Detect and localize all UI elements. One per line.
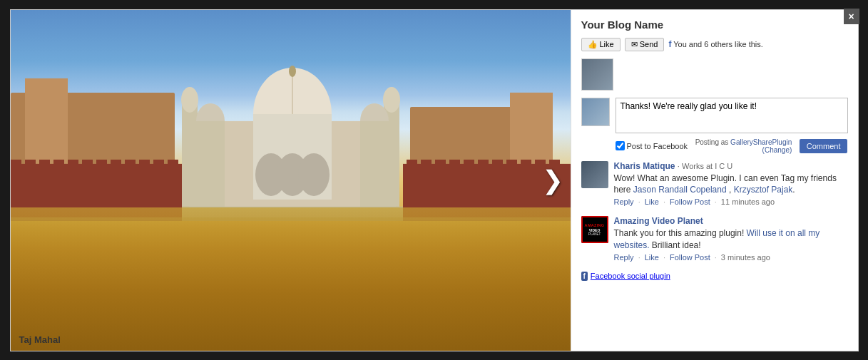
- svg-rect-12: [196, 121, 225, 207]
- thumbs-up-icon: 👍: [588, 40, 598, 49]
- like-label: Like: [600, 40, 614, 48]
- posting-as-label: Posting as: [695, 138, 729, 146]
- separator: ·: [638, 197, 640, 206]
- separator: ·: [715, 253, 717, 262]
- svg-rect-7: [182, 100, 198, 207]
- comment-textarea[interactable]: Thanks! We're really glad you like it!: [616, 98, 848, 133]
- send-button[interactable]: ✉ Send: [625, 38, 665, 51]
- comment-user-avatar: [581, 98, 610, 126]
- svg-rect-35: [125, 160, 136, 168]
- svg-rect-37: [153, 160, 164, 168]
- svg-rect-1: [25, 78, 68, 164]
- svg-rect-36: [139, 160, 150, 168]
- comment-content-2: Amazing Video Planet Thank you for this …: [614, 216, 848, 262]
- svg-rect-34: [111, 160, 121, 168]
- separator: ·: [715, 197, 717, 206]
- svg-point-17: [298, 153, 330, 196]
- post-to-facebook-text: Post to Facebook: [627, 142, 688, 150]
- reply-link-1[interactable]: Reply: [614, 197, 634, 206]
- action-bar: 👍 Like ✉ Send f You and 6 others like th…: [581, 38, 848, 51]
- svg-rect-29: [39, 160, 50, 168]
- comment-submit-button[interactable]: Comment: [800, 139, 848, 153]
- taj-mahal-svg: [11, 34, 571, 221]
- commenter-name-2[interactable]: Amazing Video Planet: [614, 216, 703, 226]
- image-caption: Taj Mahal: [19, 334, 61, 345]
- comment-actions-1: Reply · Like · Follow Post · 11 minutes …: [614, 197, 848, 206]
- svg-rect-27: [11, 160, 21, 168]
- svg-rect-32: [82, 160, 93, 168]
- svg-point-8: [181, 87, 198, 113]
- blog-title: Your Blog Name: [581, 19, 848, 31]
- amazing-video-planet-badge: AMAZING VIDEO PLANET: [581, 216, 608, 243]
- comment-text-1: Wow! What an awesome Plugin. I can even …: [614, 173, 848, 197]
- separator: ·: [638, 253, 640, 262]
- modal-overlay: ×: [0, 0, 868, 360]
- comment-item-2: AMAZING VIDEO PLANET Amazing Video Plane…: [581, 216, 848, 262]
- svg-rect-47: [521, 160, 531, 168]
- send-label: Send: [640, 40, 658, 48]
- comment-item: Kharis Matique · Works at I C U Wow! Wha…: [581, 161, 848, 207]
- modal-container: ×: [10, 9, 859, 351]
- image-panel: ❯ Taj Mahal: [11, 10, 571, 351]
- comment-content-1: Kharis Matique · Works at I C U Wow! Wha…: [614, 161, 848, 207]
- like-link-1[interactable]: Like: [645, 197, 659, 206]
- right-panel: Your Blog Name 👍 Like ✉ Send f You and 6…: [571, 10, 858, 351]
- facebook-icon: f: [668, 39, 671, 49]
- send-icon: ✉: [631, 40, 638, 49]
- change-account-link[interactable]: (Change): [762, 146, 792, 154]
- posting-as-user-link[interactable]: GallerySharePlugin: [730, 138, 792, 146]
- user-thumb-image: [582, 59, 613, 90]
- comment-input-area: Thanks! We're really glad you like it! P…: [616, 98, 848, 154]
- social-plugin-link[interactable]: Facebook social plugin: [591, 272, 670, 280]
- svg-rect-31: [68, 160, 78, 168]
- svg-rect-46: [506, 160, 517, 168]
- post-to-facebook-label[interactable]: Post to Facebook: [616, 141, 688, 150]
- svg-point-6: [289, 66, 296, 77]
- svg-rect-41: [435, 160, 446, 168]
- posting-as: Posting as GallerySharePlugin (Change): [695, 138, 792, 154]
- svg-rect-43: [464, 160, 474, 168]
- svg-point-10: [383, 87, 400, 113]
- commenter-name-1[interactable]: Kharis Matique: [614, 161, 675, 171]
- reply-link-2[interactable]: Reply: [614, 253, 634, 262]
- svg-rect-42: [449, 160, 460, 168]
- main-image: [11, 10, 571, 351]
- svg-rect-14: [360, 121, 389, 207]
- like-link-2[interactable]: Like: [645, 253, 659, 262]
- next-arrow-button[interactable]: ❯: [542, 165, 563, 195]
- water-reflection: [11, 207, 571, 351]
- separator: ·: [663, 197, 665, 206]
- tagged-person-link-1[interactable]: Jason Randall Copeland: [633, 185, 727, 195]
- separator: ·: [663, 253, 665, 262]
- facebook-f-icon: f: [581, 272, 588, 281]
- commenter-meta-1: · Works at I C U: [678, 162, 732, 170]
- comment-footer: Post to Facebook Posting as GalleryShare…: [616, 138, 848, 154]
- user-thumbnail: [581, 58, 613, 91]
- comments-list: Kharis Matique · Works at I C U Wow! Wha…: [581, 161, 848, 262]
- post-to-facebook-checkbox[interactable]: [616, 141, 625, 150]
- svg-rect-40: [421, 160, 432, 168]
- tagged-person-link-2[interactable]: Krzysztof Pajak: [734, 185, 793, 195]
- svg-rect-33: [96, 160, 107, 168]
- svg-rect-28: [25, 160, 36, 168]
- svg-rect-30: [53, 160, 64, 168]
- commenter-avatar-2: AMAZING VIDEO PLANET: [581, 216, 608, 243]
- svg-rect-39: [407, 160, 417, 168]
- likes-text: You and 6 others like this.: [673, 40, 763, 48]
- time-ago-2: 3 minutes ago: [721, 253, 770, 262]
- comment-text-2: Thank you for this amazing plugin! Will …: [614, 227, 848, 252]
- svg-rect-45: [492, 160, 503, 168]
- comment-area-wrapper: Thanks! We're really glad you like it! P…: [581, 98, 848, 154]
- comment-actions-2: Reply · Like · Follow Post · 3 minutes a…: [614, 253, 848, 262]
- like-button[interactable]: 👍 Like: [581, 38, 621, 51]
- svg-rect-44: [478, 160, 489, 168]
- svg-rect-38: [168, 160, 178, 168]
- fb-social-plugin: f Facebook social plugin: [581, 272, 848, 281]
- commenter-avatar-1: [581, 161, 608, 188]
- follow-post-link-1[interactable]: Follow Post: [670, 197, 710, 206]
- comment-link-2[interactable]: Will use it on all my websites.: [614, 228, 820, 250]
- follow-post-link-2[interactable]: Follow Post: [670, 253, 710, 262]
- time-ago-1: 11 minutes ago: [721, 197, 775, 206]
- likes-info: f You and 6 others like this.: [668, 39, 762, 49]
- close-button[interactable]: ×: [844, 9, 859, 24]
